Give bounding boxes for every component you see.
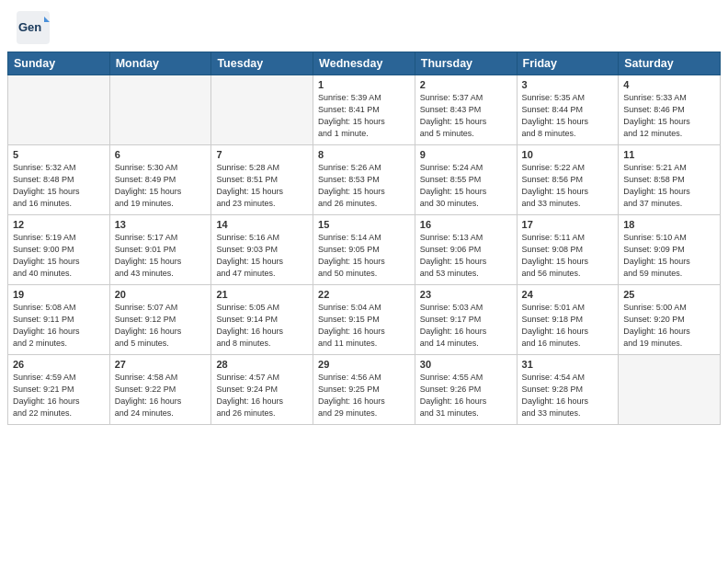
- day-number: 27: [115, 359, 207, 370]
- day-cell-21: 21Sunrise: 5:05 AM Sunset: 9:14 PM Dayli…: [211, 285, 313, 355]
- day-number: 30: [420, 359, 512, 370]
- day-number: 24: [522, 289, 614, 300]
- day-cell-empty: [619, 355, 721, 425]
- day-cell-13: 13Sunrise: 5:17 AM Sunset: 9:01 PM Dayli…: [109, 215, 211, 285]
- day-info: Sunrise: 5:39 AM Sunset: 8:41 PM Dayligh…: [318, 92, 410, 140]
- day-number: 4: [623, 79, 715, 90]
- day-cell-10: 10Sunrise: 5:22 AM Sunset: 8:56 PM Dayli…: [517, 145, 619, 215]
- day-cell-19: 19Sunrise: 5:08 AM Sunset: 9:11 PM Dayli…: [8, 285, 110, 355]
- day-number: 12: [13, 219, 105, 230]
- day-info: Sunrise: 5:30 AM Sunset: 8:49 PM Dayligh…: [115, 162, 207, 210]
- day-cell-empty: [109, 75, 211, 145]
- day-info: Sunrise: 5:37 AM Sunset: 8:43 PM Dayligh…: [420, 92, 512, 140]
- day-info: Sunrise: 5:05 AM Sunset: 9:14 PM Dayligh…: [216, 302, 308, 350]
- day-info: Sunrise: 5:03 AM Sunset: 9:17 PM Dayligh…: [420, 302, 512, 350]
- day-number: 21: [216, 289, 308, 300]
- day-number: 8: [318, 149, 410, 160]
- day-info: Sunrise: 5:33 AM Sunset: 8:46 PM Dayligh…: [623, 92, 715, 140]
- day-cell-16: 16Sunrise: 5:13 AM Sunset: 9:06 PM Dayli…: [415, 215, 517, 285]
- day-cell-4: 4Sunrise: 5:33 AM Sunset: 8:46 PM Daylig…: [619, 75, 721, 145]
- day-number: 11: [623, 149, 715, 160]
- day-number: 9: [420, 149, 512, 160]
- day-cell-15: 15Sunrise: 5:14 AM Sunset: 9:05 PM Dayli…: [313, 215, 415, 285]
- day-cell-2: 2Sunrise: 5:37 AM Sunset: 8:43 PM Daylig…: [415, 75, 517, 145]
- day-cell-5: 5Sunrise: 5:32 AM Sunset: 8:48 PM Daylig…: [8, 145, 110, 215]
- day-number: 6: [115, 149, 207, 160]
- calendar-week-1: 1Sunrise: 5:39 AM Sunset: 8:41 PM Daylig…: [8, 75, 721, 145]
- day-info: Sunrise: 4:59 AM Sunset: 9:21 PM Dayligh…: [13, 372, 105, 419]
- day-number: 20: [115, 289, 207, 300]
- day-number: 14: [216, 219, 308, 230]
- day-info: Sunrise: 5:11 AM Sunset: 9:08 PM Dayligh…: [522, 232, 614, 280]
- page-container: Gen SundayMondayTuesdayWednesdayThursday…: [0, 0, 728, 563]
- day-number: 16: [420, 219, 512, 230]
- day-info: Sunrise: 5:16 AM Sunset: 9:03 PM Dayligh…: [216, 232, 308, 280]
- logo-icon: Gen: [15, 9, 51, 46]
- day-info: Sunrise: 5:32 AM Sunset: 8:48 PM Dayligh…: [13, 162, 105, 210]
- day-number: 18: [623, 219, 715, 230]
- day-info: Sunrise: 4:56 AM Sunset: 9:25 PM Dayligh…: [318, 372, 410, 419]
- day-cell-30: 30Sunrise: 4:55 AM Sunset: 9:26 PM Dayli…: [415, 355, 517, 425]
- day-header-monday: Monday: [109, 52, 211, 75]
- day-number: 28: [216, 359, 308, 370]
- day-cell-9: 9Sunrise: 5:24 AM Sunset: 8:55 PM Daylig…: [415, 145, 517, 215]
- day-cell-3: 3Sunrise: 5:35 AM Sunset: 8:44 PM Daylig…: [517, 75, 619, 145]
- day-header-tuesday: Tuesday: [211, 52, 313, 75]
- day-number: 2: [420, 79, 512, 90]
- day-info: Sunrise: 5:14 AM Sunset: 9:05 PM Dayligh…: [318, 232, 410, 280]
- day-info: Sunrise: 4:55 AM Sunset: 9:26 PM Dayligh…: [420, 372, 512, 419]
- day-number: 1: [318, 79, 410, 90]
- day-number: 26: [13, 359, 105, 370]
- day-info: Sunrise: 4:54 AM Sunset: 9:28 PM Dayligh…: [522, 372, 614, 419]
- day-number: 7: [216, 149, 308, 160]
- day-cell-7: 7Sunrise: 5:28 AM Sunset: 8:51 PM Daylig…: [211, 145, 313, 215]
- day-info: Sunrise: 5:28 AM Sunset: 8:51 PM Dayligh…: [216, 162, 308, 210]
- day-info: Sunrise: 5:07 AM Sunset: 9:12 PM Dayligh…: [115, 302, 207, 350]
- day-cell-22: 22Sunrise: 5:04 AM Sunset: 9:15 PM Dayli…: [313, 285, 415, 355]
- day-info: Sunrise: 5:26 AM Sunset: 8:53 PM Dayligh…: [318, 162, 410, 210]
- day-cell-6: 6Sunrise: 5:30 AM Sunset: 8:49 PM Daylig…: [109, 145, 211, 215]
- day-info: Sunrise: 5:01 AM Sunset: 9:18 PM Dayligh…: [522, 302, 614, 350]
- day-number: 29: [318, 359, 410, 370]
- day-cell-empty: [211, 75, 313, 145]
- day-number: 25: [623, 289, 715, 300]
- calendar-week-5: 26Sunrise: 4:59 AM Sunset: 9:21 PM Dayli…: [8, 355, 721, 425]
- day-cell-23: 23Sunrise: 5:03 AM Sunset: 9:17 PM Dayli…: [415, 285, 517, 355]
- day-info: Sunrise: 5:04 AM Sunset: 9:15 PM Dayligh…: [318, 302, 410, 350]
- svg-text:Gen: Gen: [18, 20, 41, 34]
- day-info: Sunrise: 5:08 AM Sunset: 9:11 PM Dayligh…: [13, 302, 105, 350]
- day-cell-24: 24Sunrise: 5:01 AM Sunset: 9:18 PM Dayli…: [517, 285, 619, 355]
- day-number: 15: [318, 219, 410, 230]
- day-number: 5: [13, 149, 105, 160]
- day-number: 13: [115, 219, 207, 230]
- day-info: Sunrise: 5:35 AM Sunset: 8:44 PM Dayligh…: [522, 92, 614, 140]
- calendar-week-3: 12Sunrise: 5:19 AM Sunset: 9:00 PM Dayli…: [8, 215, 721, 285]
- day-info: Sunrise: 5:10 AM Sunset: 9:09 PM Dayligh…: [623, 232, 715, 280]
- day-info: Sunrise: 5:24 AM Sunset: 8:55 PM Dayligh…: [420, 162, 512, 210]
- day-info: Sunrise: 5:17 AM Sunset: 9:01 PM Dayligh…: [115, 232, 207, 280]
- day-header-sunday: Sunday: [8, 52, 110, 75]
- day-info: Sunrise: 5:13 AM Sunset: 9:06 PM Dayligh…: [420, 232, 512, 280]
- day-number: 17: [522, 219, 614, 230]
- day-cell-26: 26Sunrise: 4:59 AM Sunset: 9:21 PM Dayli…: [8, 355, 110, 425]
- day-info: Sunrise: 5:22 AM Sunset: 8:56 PM Dayligh…: [522, 162, 614, 210]
- day-info: Sunrise: 5:19 AM Sunset: 9:00 PM Dayligh…: [13, 232, 105, 280]
- day-cell-17: 17Sunrise: 5:11 AM Sunset: 9:08 PM Dayli…: [517, 215, 619, 285]
- header: Gen: [0, 0, 728, 52]
- day-number: 10: [522, 149, 614, 160]
- day-header-wednesday: Wednesday: [313, 52, 415, 75]
- day-cell-empty: [8, 75, 110, 145]
- day-info: Sunrise: 4:57 AM Sunset: 9:24 PM Dayligh…: [216, 372, 308, 419]
- day-header-thursday: Thursday: [415, 52, 517, 75]
- day-cell-12: 12Sunrise: 5:19 AM Sunset: 9:00 PM Dayli…: [8, 215, 110, 285]
- day-cell-11: 11Sunrise: 5:21 AM Sunset: 8:58 PM Dayli…: [619, 145, 721, 215]
- day-header-friday: Friday: [517, 52, 619, 75]
- calendar-week-4: 19Sunrise: 5:08 AM Sunset: 9:11 PM Dayli…: [8, 285, 721, 355]
- day-number: 31: [522, 359, 614, 370]
- day-info: Sunrise: 4:58 AM Sunset: 9:22 PM Dayligh…: [115, 372, 207, 419]
- day-cell-18: 18Sunrise: 5:10 AM Sunset: 9:09 PM Dayli…: [619, 215, 721, 285]
- day-cell-25: 25Sunrise: 5:00 AM Sunset: 9:20 PM Dayli…: [619, 285, 721, 355]
- day-cell-14: 14Sunrise: 5:16 AM Sunset: 9:03 PM Dayli…: [211, 215, 313, 285]
- day-cell-28: 28Sunrise: 4:57 AM Sunset: 9:24 PM Dayli…: [211, 355, 313, 425]
- calendar-week-2: 5Sunrise: 5:32 AM Sunset: 8:48 PM Daylig…: [8, 145, 721, 215]
